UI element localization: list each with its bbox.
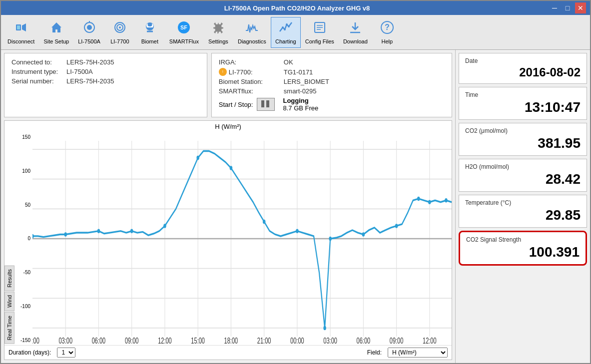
window-title: LI-7500A Open Path CO2/H2O Analyzer GHG …: [45, 4, 549, 12]
svg-text:09:00: 09:00: [390, 336, 404, 345]
toolbar-charting[interactable]: Charting: [271, 17, 301, 48]
toolbar-li7700[interactable]: LI-7700: [105, 17, 135, 48]
svg-point-52: [163, 224, 166, 228]
toolbar-biomet[interactable]: Biomet: [135, 17, 165, 48]
svg-marker-3: [51, 22, 61, 32]
settings-icon: [211, 20, 225, 37]
h2o-label: H2O (mmol/mol): [465, 163, 581, 170]
minimize-button[interactable]: ─: [549, 2, 560, 13]
toolbar-disconnect[interactable]: Disconnect: [3, 17, 39, 48]
instrument-type-value: LI-7500A: [66, 68, 93, 75]
li7700-label: LI-7700: [110, 38, 129, 44]
chart-svg: 00:00 03:00 06:00 09:00 12:00 15:00 18:0…: [32, 132, 452, 345]
toolbar-diagnostics[interactable]: Diagnostics: [233, 17, 271, 48]
toolbar-help[interactable]: ? Help: [372, 17, 402, 48]
svg-point-50: [97, 229, 100, 233]
svg-text:00:00: 00:00: [32, 336, 39, 345]
li7700-value: TG1-0171: [284, 68, 313, 76]
y-label-0: 0: [14, 236, 30, 241]
smartflux-label: SMARTFlux: [169, 38, 199, 44]
li7500a-label: LI-7500A: [78, 38, 100, 44]
svg-point-9: [119, 26, 121, 28]
biomet-status-label: Biomet Station:: [219, 78, 284, 85]
y-label-100: 100: [14, 168, 30, 174]
svg-point-62: [428, 200, 431, 204]
toolbar-li7500a[interactable]: LI-7500A: [73, 17, 105, 48]
svg-point-49: [64, 232, 67, 237]
svg-point-16: [284, 28, 286, 30]
main-content: Connected to: LERS-75H-2035 Instrument t…: [1, 50, 590, 363]
instrument-type-row: Instrument type: LI-7500A: [11, 68, 200, 75]
svg-point-18: [288, 25, 290, 27]
temperature-card: Temperature (°C) 29.85: [459, 195, 587, 228]
temp-label: Temperature (°C): [465, 199, 581, 206]
toolbar-site-setup[interactable]: Site Setup: [39, 17, 73, 48]
help-label: Help: [381, 38, 393, 44]
close-button[interactable]: ✕: [575, 2, 586, 13]
date-label: Date: [465, 57, 581, 64]
real-time-tab[interactable]: Real Time: [4, 312, 14, 344]
instrument-type-label: Instrument type:: [11, 68, 66, 75]
free-space: 8.7 GB Free: [283, 104, 318, 112]
svg-text:06:00: 06:00: [92, 336, 106, 345]
li7500a-icon: [82, 20, 96, 37]
time-value: 13:10:47: [465, 99, 581, 115]
svg-text:SF: SF: [180, 24, 187, 30]
start-stop-row: Start / Stop: Logging 8.7 GB Free: [219, 97, 445, 112]
logging-info: Logging 8.7 GB Free: [283, 97, 318, 112]
svg-rect-1: [17, 25, 20, 29]
co2-signal-value: 100.391: [466, 244, 580, 260]
duration-select[interactable]: 1 2 3 7: [57, 348, 75, 358]
time-label: Time: [465, 91, 581, 98]
svg-text:12:00: 12:00: [158, 336, 172, 345]
time-card: Time 13:10:47: [459, 87, 587, 120]
smartflux-row: SMARTflux: smart-0295: [219, 87, 445, 95]
maximize-button[interactable]: □: [562, 2, 573, 13]
h2o-card: H2O (mmol/mol) 28.42: [459, 159, 587, 192]
start-stop-label: Start / Stop:: [219, 101, 253, 108]
y-label-neg100: -100: [14, 304, 30, 309]
field-select[interactable]: H (W/m²) CO2 (μmol/mol) H2O (mmol/mol): [388, 348, 448, 358]
y-label-neg150: -150: [14, 338, 30, 343]
co2-signal-card: CO2 Signal Strength 100.391: [459, 231, 587, 266]
toolbar-settings[interactable]: Settings: [203, 17, 233, 48]
y-axis: 150 100 50 0 -50 -100 -150: [14, 132, 32, 345]
toolbar-config-files[interactable]: Config Files: [301, 17, 339, 48]
svg-point-63: [445, 198, 448, 203]
connected-to-label: Connected to:: [11, 58, 66, 66]
charting-icon: [279, 20, 293, 37]
serial-number-value: LERS-75H-2035: [66, 77, 114, 85]
svg-rect-26: [261, 100, 264, 107]
site-setup-icon: [49, 20, 63, 37]
smartflux-value: smart-0295: [284, 87, 317, 95]
toolbar-download[interactable]: Download: [339, 17, 372, 48]
svg-text:12:00: 12:00: [423, 336, 437, 345]
y-label-50: 50: [14, 202, 30, 208]
serial-number-label: Serial number:: [11, 77, 66, 85]
field-label: Field:: [367, 349, 382, 356]
info-row: Connected to: LERS-75H-2035 Instrument t…: [4, 53, 452, 117]
svg-point-17: [286, 23, 288, 25]
disconnect-icon: [14, 20, 28, 37]
wind-tab[interactable]: Wind: [4, 292, 14, 311]
irga-value: OK: [284, 58, 293, 66]
biomet-row: Biomet Station: LERS_BIOMET: [219, 78, 445, 85]
y-label-neg50: -50: [14, 270, 30, 275]
title-bar: LI-7500A Open Path CO2/H2O Analyzer GHG …: [1, 1, 590, 15]
h2o-value: 28.42: [465, 171, 581, 187]
li7700-status-label: ! LI-7700:: [219, 68, 284, 76]
co2-card: CO2 (μmol/mol) 381.95: [459, 123, 587, 156]
toolbar-smartflux[interactable]: SF SMARTFlux: [165, 17, 203, 48]
connected-to-value: LERS-75H-2035: [66, 58, 114, 66]
svg-point-53: [196, 156, 199, 160]
serial-number-row: Serial number: LERS-75H-2035: [11, 77, 200, 85]
temp-value: 29.85: [465, 207, 581, 223]
li7700-icon: [113, 20, 127, 37]
results-tab[interactable]: Results: [4, 266, 14, 291]
diagnostics-icon: [245, 20, 259, 37]
start-stop-button[interactable]: [257, 98, 275, 111]
svg-point-59: [362, 232, 365, 237]
download-label: Download: [343, 38, 368, 44]
biomet-label: Biomet: [141, 38, 158, 44]
svg-point-60: [395, 224, 398, 228]
